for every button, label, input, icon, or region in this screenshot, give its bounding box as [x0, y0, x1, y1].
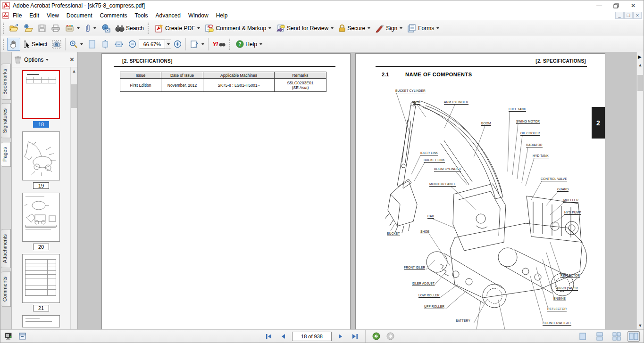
component-label: LOW ROLLER: [418, 294, 440, 298]
facing-pages-button[interactable]: [627, 331, 640, 342]
close-button[interactable]: ✕: [625, 1, 642, 10]
single-page-button[interactable]: [577, 331, 589, 342]
create-pdf-button[interactable]: Create PDF: [152, 22, 202, 34]
web-folder-icon: [24, 24, 33, 33]
scroll-down-icon[interactable]: ▼: [637, 323, 644, 328]
restore-button[interactable]: [608, 1, 625, 10]
last-page-button[interactable]: [350, 332, 360, 341]
organizer-icon: [65, 24, 75, 33]
first-page-button[interactable]: [264, 332, 274, 341]
panel-close-icon[interactable]: ✕: [69, 56, 75, 63]
options-menu-button[interactable]: Options: [24, 57, 49, 63]
menu-view[interactable]: View: [43, 11, 63, 20]
document-scrollbar[interactable]: ▶ ▲ ▼: [636, 52, 644, 329]
next-page-button[interactable]: [335, 332, 346, 341]
fit-height-button[interactable]: [99, 38, 112, 51]
hand-tool-button[interactable]: [7, 38, 20, 51]
forms-button[interactable]: Forms: [405, 22, 442, 34]
save-button[interactable]: [35, 22, 49, 34]
zoom-level-input[interactable]: [139, 40, 165, 49]
thumbnail-page-20[interactable]: [22, 193, 60, 242]
secure-button[interactable]: Secure: [336, 22, 373, 34]
doc-close-button[interactable]: ✕: [633, 12, 642, 19]
doc-minimize-button[interactable]: _: [615, 12, 624, 19]
page-display-button[interactable]: [187, 38, 207, 50]
menu-help[interactable]: Help: [212, 11, 232, 20]
menu-tools[interactable]: Tools: [131, 11, 152, 20]
menu-document[interactable]: Document: [63, 11, 96, 20]
fit-page-button[interactable]: [85, 38, 99, 51]
search-button[interactable]: Search: [113, 23, 146, 34]
thumbnail-page-number[interactable]: 18: [33, 121, 49, 128]
menu-edit[interactable]: Edit: [25, 11, 43, 20]
organizer-button[interactable]: [63, 22, 82, 34]
thumbnail-page-21[interactable]: [22, 254, 60, 303]
scroll-up-icon[interactable]: ▲: [71, 69, 77, 74]
open-web-button[interactable]: [21, 22, 35, 34]
select-tool-icon: [23, 40, 30, 49]
thumbnail-page-number[interactable]: 21: [33, 305, 49, 311]
previous-page-button[interactable]: [278, 332, 288, 341]
window-mode-icon[interactable]: [19, 333, 26, 340]
marquee-zoom-button[interactable]: [67, 38, 85, 50]
delete-page-icon[interactable]: [15, 56, 21, 64]
fit-width-button[interactable]: [112, 38, 126, 50]
zoom-level-caret[interactable]: [165, 40, 171, 49]
tab-attachments[interactable]: Attachments: [1, 229, 11, 268]
component-label: BUCKET: [387, 232, 400, 236]
thumbnail-page-22[interactable]: [22, 315, 60, 327]
next-view-button[interactable]: [385, 332, 395, 341]
attach-button[interactable]: [82, 22, 99, 34]
comment-markup-icon: [205, 24, 214, 33]
comment-markup-button[interactable]: Comment & Markup: [202, 22, 274, 34]
fit-page-icon: [88, 40, 96, 49]
toolbar-grip[interactable]: [229, 39, 232, 50]
snapshot-tool-button[interactable]: [50, 38, 64, 50]
document-status-icon[interactable]: [4, 333, 12, 340]
scroll-up-icon[interactable]: ▲: [637, 63, 644, 67]
toolbar-grip[interactable]: [148, 23, 150, 34]
marquee-zoom-caret: [80, 43, 83, 45]
facing-continuous-button[interactable]: [611, 331, 623, 342]
tab-bookmarks[interactable]: Bookmarks: [1, 64, 11, 100]
doc-restore-button[interactable]: ❐: [624, 12, 633, 19]
scrollbar-thumb[interactable]: [71, 84, 77, 108]
panel-toggle-icon[interactable]: ▶: [638, 54, 642, 59]
help-button[interactable]: ?Help: [234, 38, 265, 50]
col-remarks: Remarks: [275, 72, 326, 79]
tab-pages[interactable]: Pages: [1, 142, 11, 167]
toolbar-grip[interactable]: [3, 23, 5, 34]
sign-button[interactable]: Sign: [373, 22, 405, 34]
send-for-review-button[interactable]: Send for Review: [274, 22, 336, 34]
select-tool-button[interactable]: Select: [20, 38, 50, 50]
print-button[interactable]: [49, 22, 63, 34]
previous-view-icon: [372, 332, 380, 340]
email-button[interactable]: [99, 22, 113, 34]
continuous-button[interactable]: [594, 331, 606, 342]
thumbnail-scrollbar[interactable]: ▲: [70, 67, 77, 329]
thumbnail-page-number[interactable]: 19: [33, 182, 49, 189]
tab-comments[interactable]: Comments: [1, 271, 11, 307]
component-label: UPP ROLLER: [424, 305, 444, 309]
secure-caret: [368, 27, 370, 29]
page-number-input[interactable]: [292, 332, 332, 341]
minimize-button[interactable]: —: [591, 1, 608, 10]
menu-file[interactable]: File: [9, 11, 25, 20]
menu-comments[interactable]: Comments: [96, 11, 131, 20]
yahoo-search-button[interactable]: Y!: [210, 39, 228, 49]
menu-advanced[interactable]: Advanced: [152, 11, 184, 20]
previous-view-button[interactable]: [371, 332, 381, 341]
tab-signatures[interactable]: Signatures: [1, 103, 11, 139]
open-button[interactable]: [7, 22, 21, 34]
component-label: BUCKET CYLINDER: [395, 89, 426, 93]
scrollbar-thumb[interactable]: [637, 75, 643, 91]
toolbar-grip[interactable]: [3, 39, 5, 50]
thumbnail-page-number[interactable]: 20: [33, 244, 49, 250]
document-pane[interactable]: [2. SPECIFICATIONS] Issue Date of Issue …: [78, 52, 644, 329]
zoom-out-button[interactable]: [126, 38, 139, 50]
thumbnail-page-18[interactable]: [22, 70, 60, 119]
thumbnail-page-19[interactable]: [22, 131, 60, 180]
zoom-in-button[interactable]: [171, 38, 184, 50]
menubar: File Edit View Document Comments Tools A…: [0, 11, 644, 20]
menu-window[interactable]: Window: [184, 11, 212, 20]
